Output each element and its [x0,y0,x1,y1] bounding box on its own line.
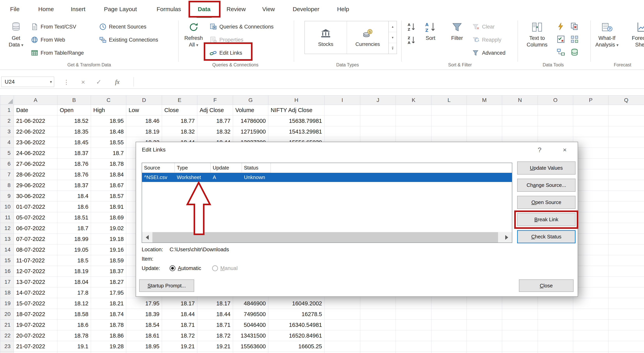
sort-z-to-a-button[interactable]: ZA [406,34,417,46]
cell-Q21[interactable] [608,320,644,330]
advanced-filter-button[interactable]: Advanced [471,47,507,59]
cell-M24[interactable] [467,352,502,353]
cancel-icon[interactable]: × [77,75,89,89]
startup-prompt-button[interactable]: Startup Prompt... [139,279,194,292]
cell-B23[interactable]: 19.1 [57,341,91,352]
cell-K24[interactable] [396,352,432,353]
cell-C13[interactable]: 19.18 [91,234,126,244]
col-header-N[interactable]: N [502,96,538,105]
cell-I20[interactable] [324,309,360,320]
cell-B17[interactable]: 18.04 [57,277,91,287]
cell-H1[interactable]: NIFTY Adj Close [268,105,324,116]
cell-N1[interactable] [502,105,538,116]
row-header-8[interactable]: 8 [0,180,14,191]
cell-N24[interactable] [502,352,538,353]
cell-N20[interactable] [502,309,538,320]
get-data-button[interactable]: Get Data ▾ [4,20,28,60]
cell-P9[interactable] [573,191,608,201]
cell-P22[interactable] [573,330,608,341]
cell-N3[interactable] [502,126,538,137]
row-header-18[interactable]: 18 [0,287,14,298]
cell-Q24[interactable] [608,352,644,353]
cell-C7[interactable]: 18.84 [91,169,126,180]
text-to-columns-button[interactable]: Text to Columns [524,20,551,60]
cell-B20[interactable]: 18.58 [57,309,91,320]
cell-M20[interactable] [467,309,502,320]
cell-F20[interactable]: 18.44 [197,309,233,320]
row-header-23[interactable]: 23 [0,341,14,352]
cell-A14[interactable]: 08-07-2022 [14,244,57,255]
cell-Q12[interactable] [608,223,644,234]
cell-C12[interactable]: 19.02 [91,223,126,234]
gallery-down-button[interactable]: ▾ [389,32,396,43]
cell-Q5[interactable] [608,148,644,159]
cell-Q18[interactable] [608,287,644,298]
cell-C21[interactable]: 18.78 [91,320,126,330]
col-header-M[interactable]: M [467,96,502,105]
cell-O24[interactable] [538,352,573,353]
cell-B7[interactable]: 18.76 [57,169,91,180]
cell-C1[interactable]: High [91,105,126,116]
scroll-thumb[interactable] [152,232,498,242]
col-header-L[interactable]: L [432,96,467,105]
row-header-7[interactable]: 7 [0,169,14,180]
cell-H23[interactable]: 16605.25 [268,341,324,352]
menu-tab-help[interactable]: Help [334,0,352,18]
menu-tab-developer[interactable]: Developer [290,0,322,18]
cell-I3[interactable] [324,126,360,137]
scroll-left-button[interactable] [142,232,152,242]
cell-A10[interactable]: 01-07-2022 [14,201,57,212]
cell-M19[interactable] [467,298,502,309]
cell-C15[interactable]: 18.59 [91,255,126,266]
menu-tab-home[interactable]: Home [36,0,56,18]
row-header-2[interactable]: 2 [0,116,14,126]
cell-A15[interactable]: 11-07-2022 [14,255,57,266]
row-header-21[interactable]: 21 [0,320,14,330]
close-button[interactable]: Close [519,279,574,292]
row-header-13[interactable]: 13 [0,234,14,244]
cell-Q3[interactable] [608,126,644,137]
sort-button[interactable]: AZ Sort [420,20,441,60]
cell-B12[interactable]: 18.7 [57,223,91,234]
cell-C14[interactable]: 19.16 [91,244,126,255]
cell-E2[interactable]: 18.77 [162,116,197,126]
cell-Q10[interactable] [608,201,644,212]
open-source-button[interactable]: Open Source [517,196,576,209]
cell-N19[interactable] [502,298,538,309]
cell-K1[interactable] [396,105,432,116]
gallery-up-button[interactable]: ▴ [389,21,396,32]
select-all-corner[interactable] [0,96,14,105]
cell-D2[interactable]: 18.46 [126,116,162,126]
cell-K23[interactable] [396,341,432,352]
row-header-9[interactable]: 9 [0,191,14,201]
cell-P5[interactable] [573,148,608,159]
cell-P18[interactable] [573,287,608,298]
cell-K2[interactable] [396,116,432,126]
dialog-close-button[interactable]: × [556,142,574,157]
row-header-11[interactable]: 11 [0,212,14,223]
cell-Q9[interactable] [608,191,644,201]
cell-B21[interactable]: 18.6 [57,320,91,330]
cell-C20[interactable]: 18.74 [91,309,126,320]
cell-L22[interactable] [432,330,467,341]
cell-Q7[interactable] [608,169,644,180]
cell-C5[interactable]: 18.7 [91,148,126,159]
cell-C6[interactable]: 18.78 [91,159,126,169]
cell-E24[interactable]: 19.03 [162,352,197,353]
reapply-filter-button[interactable]: Reapply [471,34,503,46]
cell-A6[interactable]: 27-06-2022 [14,159,57,169]
name-box[interactable]: U24 ▾ [1,77,54,87]
edit-links-button[interactable]: Edit Links [208,47,244,59]
cell-Q11[interactable] [608,212,644,223]
col-header-P[interactable]: P [573,96,608,105]
cell-Q17[interactable] [608,277,644,287]
cell-C2[interactable]: 18.95 [91,116,126,126]
cell-B15[interactable]: 18.5 [57,255,91,266]
cell-C19[interactable]: 18.21 [91,298,126,309]
cell-Q4[interactable] [608,137,644,148]
cell-F22[interactable]: 18.72 [197,330,233,341]
cell-G20[interactable]: 7496500 [233,309,268,320]
cell-P14[interactable] [573,244,608,255]
cell-K21[interactable] [396,320,432,330]
cell-C18[interactable]: 17.95 [91,287,126,298]
